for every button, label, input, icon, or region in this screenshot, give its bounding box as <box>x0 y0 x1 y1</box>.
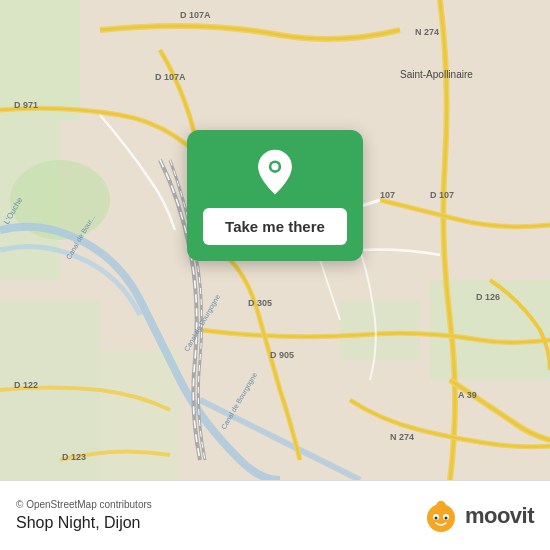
svg-point-32 <box>444 516 447 519</box>
moovit-brand-icon <box>423 498 459 534</box>
svg-rect-5 <box>340 300 420 360</box>
map-container: D 107A N 274 D 971 D 107A 107 D 107 D 90… <box>0 0 550 480</box>
svg-point-31 <box>434 516 437 519</box>
popup-card: Take me there <box>187 130 363 261</box>
svg-text:Saint-Apollinaire: Saint-Apollinaire <box>400 69 473 80</box>
bottom-left-info: © OpenStreetMap contributors Shop Night,… <box>16 499 152 532</box>
svg-text:D 123: D 123 <box>62 452 86 462</box>
svg-text:D 107A: D 107A <box>155 72 186 82</box>
moovit-logo: moovit <box>423 498 534 534</box>
svg-text:D 107: D 107 <box>430 190 454 200</box>
svg-point-27 <box>271 163 278 170</box>
svg-text:D 126: D 126 <box>476 292 500 302</box>
bottom-bar: © OpenStreetMap contributors Shop Night,… <box>0 480 550 550</box>
location-name: Shop Night, Dijon <box>16 514 152 532</box>
svg-text:D 971: D 971 <box>14 100 38 110</box>
moovit-text: moovit <box>465 503 534 529</box>
svg-text:N 274: N 274 <box>415 27 439 37</box>
svg-text:D 107A: D 107A <box>180 10 211 20</box>
svg-text:107: 107 <box>380 190 395 200</box>
osm-attribution: © OpenStreetMap contributors <box>16 499 152 510</box>
svg-text:D 122: D 122 <box>14 380 38 390</box>
svg-text:D 905: D 905 <box>270 350 294 360</box>
svg-rect-7 <box>100 350 180 480</box>
svg-text:A 39: A 39 <box>458 390 477 400</box>
svg-text:D 305: D 305 <box>248 298 272 308</box>
location-pin-icon <box>251 148 299 196</box>
svg-point-34 <box>438 501 444 507</box>
svg-marker-1 <box>0 0 80 120</box>
take-me-there-button[interactable]: Take me there <box>203 208 347 245</box>
svg-text:N 274: N 274 <box>390 432 414 442</box>
